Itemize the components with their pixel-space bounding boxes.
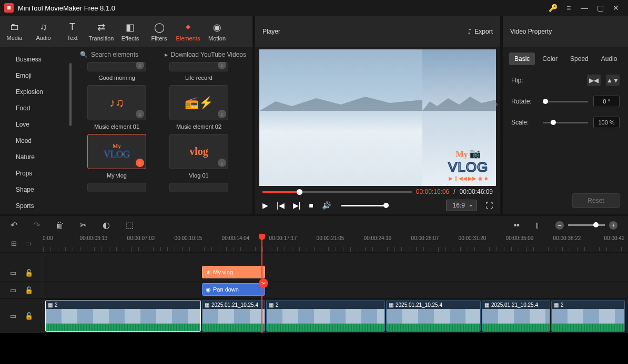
prop-tab-basic[interactable]: Basic [509, 53, 535, 65]
prop-tab-audio[interactable]: Audio [596, 53, 623, 65]
crop-button[interactable]: ⬚ [126, 220, 134, 230]
category-mood[interactable]: Mood [16, 133, 74, 149]
element-partial[interactable] [83, 183, 150, 192]
video-clip-1[interactable]: ▦2 [45, 300, 201, 332]
motion-icon: ◉ [206, 286, 211, 293]
speed-button[interactable]: ◐ [103, 220, 110, 230]
titlebar: MiniTool MovieMaker Free 8.1.0 🔑 ≡ — ▢ ✕ [0, 0, 628, 16]
tab-text[interactable]: TText [58, 16, 87, 47]
flip-horizontal-button[interactable]: ▶◀ [587, 75, 601, 86]
tab-media[interactable]: 🗀Media [0, 16, 29, 47]
tab-elements[interactable]: ✦Elements [174, 16, 202, 47]
volume-slider[interactable] [341, 205, 389, 206]
track-visibility-icon[interactable]: ▭ [10, 286, 16, 294]
element-good-morning[interactable]: ↓ Good morning [83, 62, 150, 81]
image-icon: ▦ [48, 302, 53, 308]
search-placeholder: Search elements [91, 51, 138, 58]
category-scrollbar[interactable] [69, 63, 72, 126]
play-button[interactable]: ▶ [262, 201, 268, 210]
aspect-ratio-select[interactable]: 16:9 [446, 200, 477, 211]
close-button[interactable]: ✕ [608, 0, 624, 16]
scale-slider[interactable] [543, 122, 588, 123]
element-music-02[interactable]: 📻⚡↓ Music element 02 [165, 85, 232, 130]
clip-count: 2 [276, 302, 279, 308]
next-frame-button[interactable]: ▶| [293, 201, 301, 210]
track-visibility-icon[interactable]: ▭ [10, 269, 16, 277]
timeline-mode-button[interactable]: ⫿ [535, 221, 540, 230]
category-explosion[interactable]: Explosion [16, 84, 74, 100]
track-display-button[interactable]: ▭ [25, 240, 32, 247]
tab-filters[interactable]: ◯Filters [145, 16, 174, 47]
volume-icon[interactable]: 🔊 [322, 201, 331, 210]
prop-tab-speed[interactable]: Speed [565, 53, 594, 65]
maximize-button[interactable]: ▢ [592, 0, 608, 16]
prop-tab-color[interactable]: Color [537, 53, 563, 65]
video-track[interactable]: ▦2 ▦2025.01.21_10.25.4 ▦2 ▦2025.01.21_10… [43, 299, 628, 333]
tab-motion[interactable]: ◉Motion [202, 16, 231, 47]
video-clip-6[interactable]: ▦2 [551, 300, 625, 332]
category-shape[interactable]: Shape [16, 182, 74, 198]
video-clip-3[interactable]: ▦2 [266, 300, 385, 332]
track-lock-icon[interactable]: 🔓 [25, 312, 33, 320]
delete-button[interactable]: 🗑 [56, 221, 64, 230]
minimize-button[interactable]: — [576, 0, 592, 16]
seek-bar[interactable] [262, 191, 412, 193]
clip-name: 2025.01.21_10.25.4 [396, 302, 442, 308]
split-indicator-icon[interactable]: ✂ [259, 278, 268, 288]
element-music-01[interactable]: ♪♫↓ Music element 01 [83, 85, 150, 130]
category-love[interactable]: Love [16, 117, 74, 133]
prev-frame-button[interactable]: |◀ [277, 201, 285, 210]
scale-value[interactable]: 100 % [593, 117, 620, 128]
timeline-ruler[interactable]: 00:0000:00:03:1300:00:07:0200:00:10:1500… [43, 234, 628, 252]
video-clip-5[interactable]: ▦2025.01.21_10.25.4 [482, 300, 550, 332]
zoom-in-button[interactable]: + [609, 221, 617, 230]
redo-button[interactable]: ↷ [33, 220, 40, 230]
menu-icon[interactable]: ≡ [561, 0, 576, 16]
motion-track[interactable]: ◉ Pan down ✂ [43, 282, 628, 298]
undo-button[interactable]: ↶ [11, 220, 17, 230]
rotate-slider[interactable] [543, 101, 588, 102]
fit-timeline-button[interactable]: ▪▪ [514, 221, 520, 230]
zoom-out-button[interactable]: − [555, 221, 564, 230]
element-partial[interactable] [165, 183, 232, 192]
zoom-slider[interactable] [568, 224, 605, 226]
add-track-button[interactable]: ⊞ [11, 240, 17, 247]
export-label: Export [474, 28, 493, 35]
category-emoji[interactable]: Emoji [16, 68, 74, 84]
element-clip-my-vlog[interactable]: ★ My vlog [202, 266, 265, 278]
element-label: Music element 01 [94, 123, 139, 130]
clip-name: 2025.01.21_10.25.4 [491, 302, 538, 308]
category-sports[interactable]: Sports [16, 198, 74, 214]
video-clip-4[interactable]: ▦2025.01.21_10.25.4 [386, 300, 481, 332]
track-visibility-icon[interactable]: ▭ [10, 312, 16, 320]
split-button[interactable]: ✂ [80, 220, 87, 230]
collapse-chevron-icon[interactable]: › [495, 100, 498, 108]
motion-clip-pan-down[interactable]: ◉ Pan down [202, 283, 265, 296]
stop-button[interactable]: ■ [309, 201, 313, 210]
player-preview[interactable]: My📷 VLOG ▶ ∥ ◀◀ ▶▶ ◉ ■ [259, 49, 496, 186]
track-lock-icon[interactable]: 🔓 [25, 269, 33, 277]
image-icon: ▦ [484, 302, 489, 308]
rotate-value[interactable]: 0 ° [593, 96, 620, 107]
category-business[interactable]: Business [16, 51, 74, 68]
category-food[interactable]: Food [16, 100, 74, 117]
reset-button[interactable]: Reset [572, 193, 620, 208]
download-youtube-link[interactable]: ▸ Download YouTube Videos [165, 51, 246, 58]
tab-transition[interactable]: ⇄Transition [87, 16, 116, 47]
flip-vertical-button[interactable]: ▲▼ [606, 75, 620, 86]
tab-effects[interactable]: ◧Effects [116, 16, 145, 47]
property-pane: Basic Color Speed Audio › Flip: ▶◀ ▲▼ Ro… [503, 47, 628, 214]
upgrade-key-icon[interactable]: 🔑 [545, 0, 561, 16]
element-life-record[interactable]: ↓ Life record [165, 62, 232, 81]
category-props[interactable]: Props [16, 165, 74, 182]
video-clip-2[interactable]: ▦2025.01.21_10.25.4 [202, 300, 265, 332]
category-nature[interactable]: Nature [16, 149, 74, 165]
search-elements[interactable]: 🔍 Search elements [80, 51, 154, 58]
fullscreen-button[interactable]: ⛶ [485, 201, 493, 210]
element-track[interactable]: ★ My vlog [43, 264, 628, 281]
element-vlog-01[interactable]: vlog↓ Vlog 01 [165, 134, 232, 179]
track-lock-icon[interactable]: 🔓 [25, 286, 33, 294]
element-my-vlog[interactable]: MyVLOG + My vlog [83, 134, 150, 179]
tab-audio[interactable]: ♫Audio [29, 16, 58, 47]
export-button[interactable]: ⤴ Export [468, 28, 493, 35]
